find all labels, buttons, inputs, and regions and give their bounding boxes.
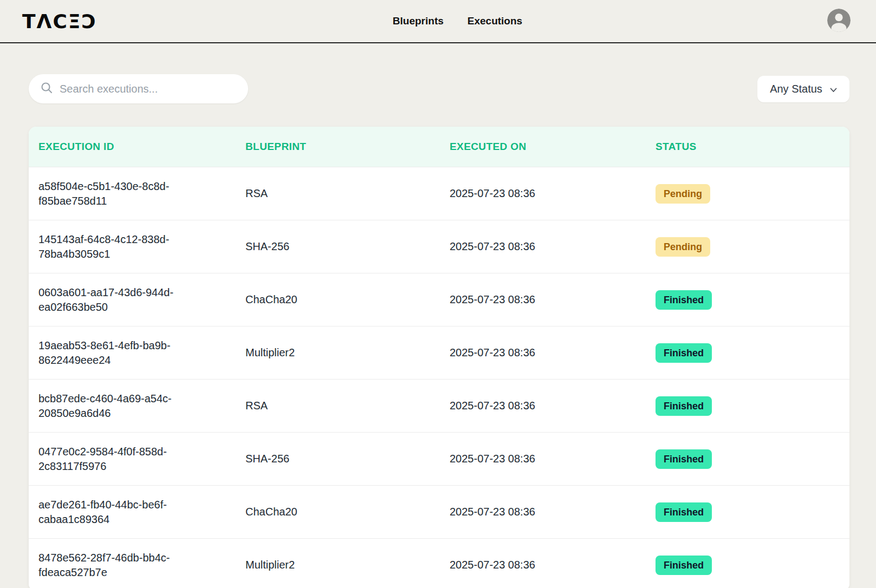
execution-id-cell: ae7de261-fb40-44bc-be6f-cabaa1c89364: [38, 498, 174, 527]
status-filter-value: Any Status: [770, 83, 822, 95]
main-content: Any Status EXECUTION ID BLUEPRINT EXECUT…: [0, 74, 876, 588]
table-body: a58f504e-c5b1-430e-8c8d-f85bae758d11 RSA…: [29, 167, 849, 588]
execution-id-cell: 0603a601-aa17-43d6-944d-ea02f663be50: [38, 285, 174, 315]
status-badge: Finished: [656, 449, 712, 469]
table-row[interactable]: 8478e562-28f7-46db-bb4c-fdeaca527b7e Mul…: [29, 538, 849, 588]
search-icon: [41, 82, 53, 96]
table-header-row: EXECUTION ID BLUEPRINT EXECUTED ON STATU…: [29, 127, 849, 167]
table-row[interactable]: bcb87ede-c460-4a69-a54c-20850e9a6d46 RSA…: [29, 379, 849, 432]
executed-on-cell: 2025-07-23 08:36: [450, 506, 656, 518]
status-badge: Pending: [656, 237, 710, 257]
status-badge: Finished: [656, 556, 712, 575]
column-header-status: STATUS: [656, 141, 849, 153]
blueprint-cell: Multiplier2: [245, 559, 450, 571]
status-badge: Pending: [656, 184, 710, 204]
nav-item-executions[interactable]: Executions: [468, 15, 522, 27]
column-header-blueprint: BLUEPRINT: [245, 141, 450, 153]
execution-id-cell: 0477e0c2-9584-4f0f-858d-2c83117f5976: [38, 445, 174, 474]
executed-on-cell: 2025-07-23 08:36: [450, 240, 656, 253]
table-row[interactable]: 145143af-64c8-4c12-838d-78ba4b3059c1 SHA…: [29, 220, 849, 273]
blueprint-cell: RSA: [245, 400, 450, 412]
search-input[interactable]: [60, 83, 238, 95]
execution-id-cell: 145143af-64c8-4c12-838d-78ba4b3059c1: [38, 232, 174, 262]
executed-on-cell: 2025-07-23 08:36: [450, 347, 656, 359]
blueprint-cell: Multiplier2: [245, 347, 450, 359]
executed-on-cell: 2025-07-23 08:36: [450, 559, 656, 571]
column-header-execution-id: EXECUTION ID: [38, 141, 245, 153]
executed-on-cell: 2025-07-23 08:36: [450, 453, 656, 465]
table-row[interactable]: 0603a601-aa17-43d6-944d-ea02f663be50 Cha…: [29, 273, 849, 326]
status-badge: Finished: [656, 343, 712, 363]
taceo-logo[interactable]: TΛCΞƆ: [22, 10, 97, 32]
execution-id-cell: a58f504e-c5b1-430e-8c8d-f85bae758d11: [38, 179, 174, 208]
table-row[interactable]: ae7de261-fb40-44bc-be6f-cabaa1c89364 Cha…: [29, 485, 849, 538]
executions-table: EXECUTION ID BLUEPRINT EXECUTED ON STATU…: [29, 127, 849, 588]
top-bar: TΛCΞƆ Blueprints Executions: [0, 0, 876, 43]
table-row[interactable]: 19aeab53-8e61-4efb-ba9b-8622449eee24 Mul…: [29, 326, 849, 379]
execution-id-cell: 19aeab53-8e61-4efb-ba9b-8622449eee24: [38, 338, 174, 368]
table-row[interactable]: 0477e0c2-9584-4f0f-858d-2c83117f5976 SHA…: [29, 432, 849, 485]
column-header-executed-on: EXECUTED ON: [450, 141, 656, 153]
execution-id-cell: bcb87ede-c460-4a69-a54c-20850e9a6d46: [38, 391, 174, 421]
user-avatar-icon: [827, 9, 851, 32]
table-row[interactable]: a58f504e-c5b1-430e-8c8d-f85bae758d11 RSA…: [29, 167, 849, 220]
blueprint-cell: ChaCha20: [245, 293, 450, 306]
executed-on-cell: 2025-07-23 08:36: [450, 400, 656, 412]
executed-on-cell: 2025-07-23 08:36: [450, 293, 656, 306]
execution-id-cell: 8478e562-28f7-46db-bb4c-fdeaca527b7e: [38, 551, 174, 580]
status-badge: Finished: [656, 396, 712, 416]
executed-on-cell: 2025-07-23 08:36: [450, 187, 656, 200]
blueprint-cell: RSA: [245, 187, 450, 200]
blueprint-cell: SHA-256: [245, 453, 450, 465]
status-badge: Finished: [656, 502, 712, 522]
chevron-down-icon: [830, 83, 837, 95]
blueprint-cell: ChaCha20: [245, 506, 450, 518]
status-filter-select[interactable]: Any Status: [757, 76, 849, 102]
search-box: [29, 74, 248, 103]
nav-item-blueprints[interactable]: Blueprints: [393, 15, 444, 27]
status-badge: Finished: [656, 290, 712, 310]
toolbar: Any Status: [29, 74, 849, 103]
main-nav: Blueprints Executions: [393, 0, 522, 42]
user-avatar-button[interactable]: [827, 9, 851, 32]
blueprint-cell: SHA-256: [245, 240, 450, 253]
